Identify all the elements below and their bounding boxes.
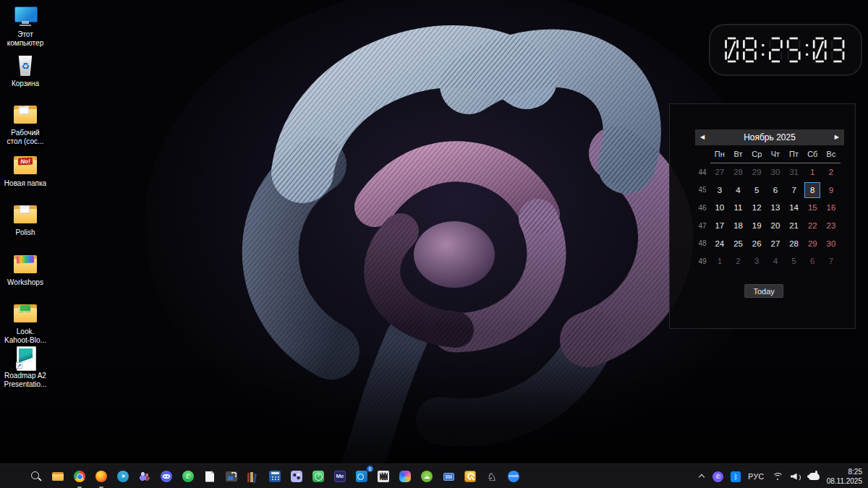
taskbar-search-icon[interactable]: [27, 468, 45, 485]
viber-tray-icon[interactable]: ✆: [712, 471, 723, 482]
calendar-day[interactable]: 6: [767, 182, 783, 198]
taskbar-document-icon[interactable]: [201, 468, 218, 485]
weekday-label: Вс: [822, 147, 841, 163]
taskbar-copilot-icon[interactable]: [396, 468, 414, 485]
calendar-day[interactable]: 20: [767, 218, 783, 234]
desktop-icon-workshops[interactable]: Workshops: [0, 252, 51, 287]
calendar-day[interactable]: 9: [823, 182, 839, 198]
taskbar-blue-tv-icon[interactable]: [440, 468, 457, 485]
taskbar-wrench-icon[interactable]: [461, 468, 479, 485]
desktop-icon-label: Корзина: [12, 80, 39, 88]
calendar-day[interactable]: 23: [823, 218, 839, 234]
calendar-day[interactable]: 6: [804, 253, 820, 269]
taskbar-discord-icon[interactable]: [158, 468, 175, 485]
volume-tray-icon[interactable]: [791, 472, 801, 481]
app-glyph: [269, 471, 281, 482]
language-indicator[interactable]: РУС: [748, 472, 765, 481]
taskbar-knight-icon[interactable]: ♘: [483, 468, 501, 485]
calendar-day[interactable]: 28: [786, 236, 802, 252]
app-glyph: [356, 471, 367, 482]
taskbar-explorer-icon[interactable]: [49, 468, 67, 485]
app-glyph-text: zoom: [509, 475, 519, 479]
taskbar-books-icon[interactable]: [244, 468, 262, 485]
taskbar-zoom-icon[interactable]: zoom: [505, 468, 522, 485]
calendar-day[interactable]: 29: [804, 236, 820, 252]
calendar-day[interactable]: 24: [712, 236, 728, 252]
taskbar-firefox-icon[interactable]: [93, 468, 110, 485]
icon-decoration: [17, 255, 34, 263]
desktop-icon-rabochiy-stol[interactable]: Рабочий стол (сос...: [0, 103, 51, 145]
taskbar-cast-icon[interactable]: [223, 468, 240, 485]
hidden-icons-chevron-icon[interactable]: [698, 473, 705, 480]
calendar-day[interactable]: 7: [786, 182, 802, 198]
tray-clock[interactable]: 8:25 08.11.2025: [827, 467, 862, 486]
taskbar-clock-app-icon[interactable]: [310, 468, 327, 485]
calendar-day[interactable]: 17: [712, 218, 728, 234]
desktop-icon-look-kahoot[interactable]: Look. Kahoot-Blo...: [0, 301, 51, 344]
desktop-icon-polish[interactable]: Polish: [0, 202, 51, 237]
calendar-day[interactable]: 18: [731, 218, 746, 234]
calendar-day[interactable]: 28: [731, 164, 746, 180]
calendar-day[interactable]: 30: [823, 236, 839, 252]
app-glyph: [378, 471, 389, 482]
desktop-icon-this-pc[interactable]: Этот компьютер: [0, 4, 51, 47]
calendar-day[interactable]: 4: [767, 253, 783, 269]
taskbar-start-icon[interactable]: [6, 468, 23, 485]
calendar-day-selected[interactable]: 8: [804, 182, 820, 198]
next-month-button[interactable]: ▶: [835, 134, 839, 140]
calendar-day[interactable]: 13: [767, 200, 783, 215]
calendar-day[interactable]: 27: [767, 236, 783, 252]
calendar-day[interactable]: 26: [749, 236, 765, 252]
taskbar-chrome-icon[interactable]: [71, 468, 88, 485]
calendar-day[interactable]: 1: [804, 164, 820, 180]
app-glyph: [139, 471, 150, 482]
calendar-day[interactable]: 5: [786, 253, 802, 269]
taskbar-outlook-icon[interactable]: 6: [353, 468, 370, 485]
desktop-icon-art: ♻: [12, 53, 38, 78]
today-button[interactable]: Today: [744, 284, 783, 298]
pet-tray-icon[interactable]: [809, 473, 820, 480]
taskbar-purple-app-icon[interactable]: [288, 468, 305, 485]
calendar-day[interactable]: 10: [712, 200, 728, 215]
bluetooth-tray-icon[interactable]: ᛒ: [731, 471, 741, 482]
taskbar-whatsapp-icon[interactable]: ✆: [179, 468, 197, 485]
calendar-day[interactable]: 21: [786, 218, 802, 234]
calendar-day[interactable]: 11: [731, 200, 746, 215]
calendar-day[interactable]: 5: [749, 182, 765, 198]
desktop-icon-novaya-papka[interactable]: No! Новая папка: [0, 153, 51, 188]
app-glyph: ✆: [182, 471, 194, 482]
taskbar-mpc-icon[interactable]: [375, 468, 392, 485]
taskbar-media-encoder-icon[interactable]: Me: [331, 468, 349, 485]
calendar-day[interactable]: 25: [731, 236, 746, 252]
calendar-week-row: 491234567: [694, 252, 841, 270]
calendar-day[interactable]: 14: [786, 200, 802, 215]
taskbar-people-icon[interactable]: [136, 468, 153, 485]
taskbar-green-cloud-icon[interactable]: ☁: [418, 468, 435, 485]
calendar-day[interactable]: 16: [823, 200, 839, 215]
weekday-label: Пт: [785, 147, 804, 163]
calendar-day[interactable]: 12: [749, 200, 765, 215]
calendar-day[interactable]: 2: [823, 164, 839, 180]
taskbar-calculator-icon[interactable]: [266, 468, 284, 485]
calendar-day[interactable]: 3: [749, 253, 765, 269]
calendar-day[interactable]: 29: [749, 164, 765, 180]
calendar-day[interactable]: 27: [712, 164, 728, 180]
calendar-day[interactable]: 22: [804, 218, 820, 234]
calendar-day[interactable]: 4: [731, 182, 746, 198]
month-label[interactable]: Ноябрь 2025: [744, 132, 796, 142]
desktop-icon-recycle-bin[interactable]: ♻ Корзина: [0, 53, 51, 88]
calendar-day[interactable]: 2: [731, 253, 746, 269]
calendar-day[interactable]: 19: [749, 218, 765, 234]
prev-month-button[interactable]: ◀: [700, 134, 705, 140]
desktop-icon-roadmap[interactable]: ↗ Roadmap A2 Presentatio...: [0, 346, 51, 388]
wifi-tray-icon[interactable]: [772, 472, 783, 481]
taskbar-telegram-icon[interactable]: ➤: [114, 468, 132, 485]
calendar-day[interactable]: 15: [804, 200, 820, 215]
desktop-icon-art: [12, 4, 38, 29]
calendar-day[interactable]: 1: [712, 253, 728, 269]
calendar-day[interactable]: 30: [767, 164, 783, 180]
app-glyph: [312, 471, 324, 482]
calendar-day[interactable]: 31: [786, 164, 802, 180]
calendar-day[interactable]: 7: [823, 253, 839, 269]
calendar-day[interactable]: 3: [712, 182, 728, 198]
